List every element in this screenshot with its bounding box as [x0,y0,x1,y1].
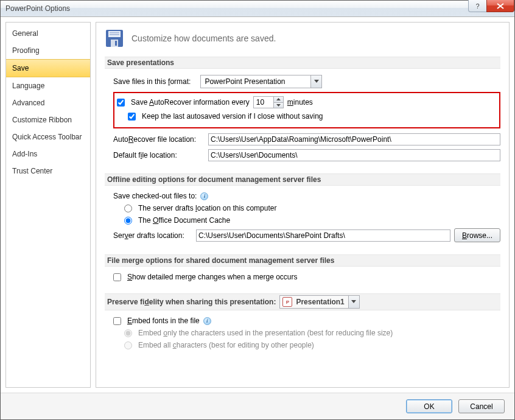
svg-rect-3 [115,41,117,46]
show-merge-label: Show detailed merge changes when a merge… [127,273,298,281]
presentation-value: Presentation1 [292,298,348,306]
svg-rect-4 [110,32,119,33]
keep-last-checkbox[interactable] [128,113,136,121]
info-icon[interactable]: i [200,192,208,200]
autorecover-label: Save AutoRecover information every [131,98,250,107]
embed-only-label: Embed only the characters used in the pr… [138,329,393,337]
sidebar-item-save[interactable]: Save [6,59,90,77]
help-icon: ? [475,2,479,10]
default-location-label: Default file location: [113,151,205,159]
svg-rect-2 [111,40,118,47]
sidebar-item-proofing[interactable]: Proofing [6,42,90,59]
sidebar-label: Save [12,64,29,72]
embed-only-radio [124,329,132,337]
title-bar: PowerPoint Options ? [1,1,514,17]
svg-rect-5 [110,34,119,35]
server-drafts-location-label: Server drafts location: [113,231,192,240]
sidebar-label: General [12,29,38,38]
page-heading: Customize how documents are saved. [131,33,276,43]
format-dropdown[interactable]: PowerPoint Presentation [200,75,322,88]
section-preserve-title: Preserve fidelity when sharing this pres… [105,293,500,310]
autorecover-minutes-spinner[interactable] [253,96,284,108]
category-sidebar: General Proofing Save Language Advanced … [5,22,91,388]
ok-button[interactable]: OK [406,399,452,413]
chevron-down-icon [348,296,359,308]
sidebar-item-language[interactable]: Language [6,77,90,94]
autorecover-location-input[interactable] [208,133,500,145]
powerpoint-file-icon: P [282,297,292,307]
default-location-input[interactable] [208,149,500,161]
embed-all-radio [124,341,132,349]
chevron-down-icon [310,75,321,88]
embed-all-label: Embed all characters (best for editing b… [138,341,314,349]
window-title: PowerPoint Options [5,4,70,13]
sidebar-item-customize-ribbon[interactable]: Customize Ribbon [6,111,90,128]
floppy-disk-icon [105,29,124,48]
dialog-body: General Proofing Save Language Advanced … [1,17,514,393]
info-icon[interactable]: i [203,317,211,325]
sidebar-label: Add-Ins [12,150,37,158]
section-save-presentations: Save files in this format: PowerPoint Pr… [105,75,500,173]
sidebar-label: Language [12,82,44,90]
close-icon [497,3,504,9]
autorecover-minutes-input[interactable] [254,97,273,108]
show-merge-checkbox[interactable] [113,273,121,281]
spin-buttons [273,97,283,108]
keep-last-label: Keep the last autosaved version if I clo… [142,112,323,121]
embed-fonts-checkbox[interactable] [113,317,121,325]
presentation-dropdown[interactable]: P Presentation1 [279,295,359,309]
autorecover-location-label: AutoRecover file location: [113,135,205,144]
save-checked-out-label: Save checked-out files to: [113,192,197,200]
page-heading-row: Customize how documents are saved. [105,29,500,48]
sidebar-label: Advanced [12,99,44,107]
server-drafts-radio-label: The server drafts location on this compu… [138,204,276,212]
sidebar-item-general[interactable]: General [6,25,90,42]
office-cache-radio[interactable] [124,217,132,225]
autorecover-checkbox[interactable] [117,99,125,107]
preserve-title-text: Preserve fidelity when sharing this pres… [107,298,276,306]
sidebar-label: Customize Ribbon [12,116,72,124]
section-preserve: Embed fonts in the file i Embed only the… [105,317,500,362]
dialog-footer: OK Cancel [1,393,514,419]
section-save-presentations-title: Save presentations [105,57,500,69]
help-button[interactable]: ? [468,0,486,12]
section-offline-title: Offline editing options for document man… [105,173,500,186]
cancel-button[interactable]: Cancel [458,399,505,413]
office-cache-radio-label: The Office Document Cache [138,216,230,225]
close-button[interactable] [486,0,514,12]
section-merge-title: File merge options for shared document m… [105,254,500,267]
minutes-label: minutes [287,98,313,107]
spin-up-button[interactable] [274,97,283,103]
format-value: PowerPoint Presentation [201,77,310,86]
sidebar-item-addins[interactable]: Add-Ins [6,145,90,163]
sidebar-item-trust-center[interactable]: Trust Center [6,163,90,180]
autorecover-highlight: Save AutoRecover information every minut… [113,92,500,128]
options-dialog: PowerPoint Options ? General Proofing Sa… [0,0,515,420]
sidebar-label: Quick Access Toolbar [12,133,82,141]
spin-down-button[interactable] [274,103,283,108]
sidebar-item-advanced[interactable]: Advanced [6,94,90,111]
format-label: Save files in this format: [113,77,191,86]
window-controls: ? [468,0,514,12]
section-merge: Show detailed merge changes when a merge… [105,273,500,293]
section-offline: Save checked-out files to: i The server … [105,192,500,254]
embed-fonts-label: Embed fonts in the file [127,317,200,325]
server-drafts-radio[interactable] [124,205,132,212]
browse-button[interactable]: BBrowse...rowse... [454,228,500,242]
sidebar-item-quick-access[interactable]: Quick Access Toolbar [6,128,90,145]
sidebar-label: Proofing [12,46,40,55]
sidebar-label: Trust Center [12,167,52,175]
content-panel: Customize how documents are saved. Save … [96,22,510,388]
server-drafts-location-input[interactable] [196,229,450,242]
